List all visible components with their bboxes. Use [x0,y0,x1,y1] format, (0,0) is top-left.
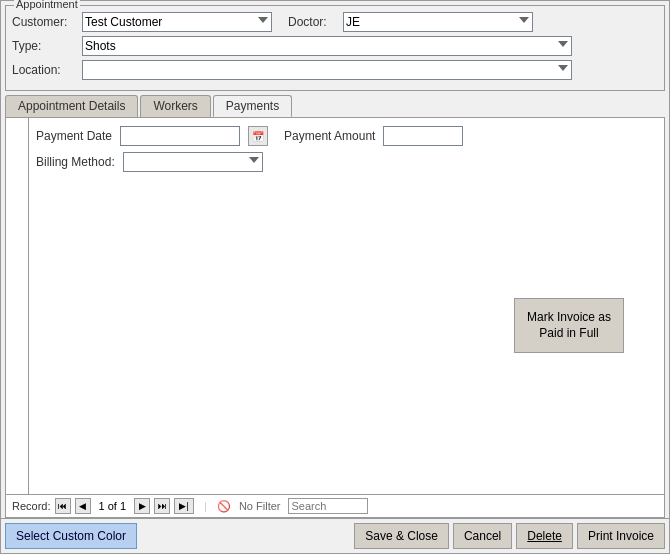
nav-first-button[interactable]: ⏮ [55,498,71,514]
customer-select[interactable]: Test Customer [82,12,272,32]
search-input[interactable] [288,498,368,514]
tab-content-payments: Payment Date 📅 Payment Amount Billing Me… [5,117,665,518]
location-row: Location: [12,60,658,80]
customer-label: Customer: [12,15,82,29]
nav-new-button[interactable]: ▶| [174,498,194,514]
main-window: Appointment Customer: Test Customer Doct… [0,0,670,554]
record-count: 1 of 1 [99,500,127,512]
nav-divider: | [204,500,207,512]
select-color-button[interactable]: Select Custom Color [5,523,137,549]
nav-next-button[interactable]: ▶ [134,498,150,514]
payment-date-input[interactable] [120,126,240,146]
billing-method-row: Billing Method: [36,152,664,172]
type-select[interactable]: Shots [82,36,572,56]
location-label: Location: [12,63,82,77]
location-select[interactable] [82,60,572,80]
nav-prev-button[interactable]: ◀ [75,498,91,514]
cancel-button[interactable]: Cancel [453,523,512,549]
tab-payments[interactable]: Payments [213,95,292,117]
calendar-button[interactable]: 📅 [248,126,268,146]
billing-method-select[interactable] [123,152,263,172]
vertical-divider [28,118,29,517]
doctor-select[interactable]: JE [343,12,533,32]
doctor-label: Doctor: [288,15,343,29]
type-label: Type: [12,39,82,53]
payment-date-label: Payment Date [36,129,112,143]
appointment-section: Appointment Customer: Test Customer Doct… [5,5,665,91]
payment-date-amount-row: Payment Date 📅 Payment Amount [36,118,664,146]
filter-label: No Filter [239,500,281,512]
type-row: Type: Shots [12,36,658,56]
delete-button[interactable]: Delete [516,523,573,549]
bottom-bar: Select Custom Color Save & Close Cancel … [1,518,669,553]
save-close-button[interactable]: Save & Close [354,523,449,549]
nav-last-button[interactable]: ⏭ [154,498,170,514]
payment-amount-label: Payment Amount [284,129,375,143]
record-label: Record: [12,500,51,512]
customer-doctor-row: Customer: Test Customer Doctor: JE [12,12,658,32]
tab-appointment-details[interactable]: Appointment Details [5,95,138,117]
record-nav: Record: ⏮ ◀ 1 of 1 ▶ ⏭ ▶| | 🚫 No Filter [6,494,664,517]
filter-icon: 🚫 [217,500,231,513]
billing-method-label: Billing Method: [36,155,115,169]
section-title: Appointment [14,0,80,10]
print-invoice-button[interactable]: Print Invoice [577,523,665,549]
tab-workers[interactable]: Workers [140,95,210,117]
payment-amount-input[interactable] [383,126,463,146]
mark-invoice-button[interactable]: Mark Invoice as Paid in Full [514,298,624,353]
tabs-container: Appointment Details Workers Payments [5,95,665,117]
